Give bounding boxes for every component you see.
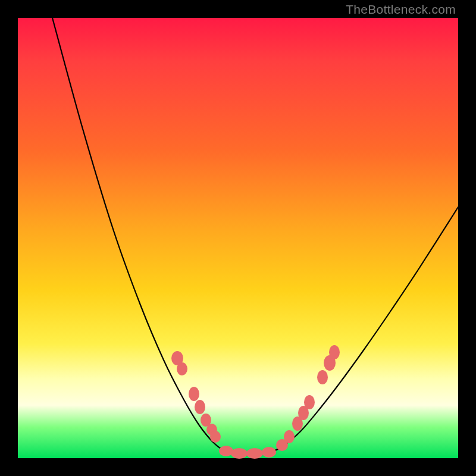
data-marker <box>262 447 276 458</box>
data-marker <box>195 400 205 414</box>
data-marker <box>219 446 233 456</box>
plot-area <box>18 18 458 458</box>
marker-group <box>171 345 340 459</box>
data-marker <box>246 448 263 459</box>
data-marker <box>317 370 328 384</box>
bottleneck-curve <box>52 18 458 455</box>
data-marker <box>231 448 248 459</box>
data-marker <box>210 431 221 443</box>
data-marker <box>284 430 295 443</box>
curve-svg <box>18 18 458 458</box>
data-marker <box>189 387 199 401</box>
watermark-text: TheBottleneck.com <box>346 2 456 17</box>
data-marker <box>304 395 315 409</box>
chart-frame: TheBottleneck.com <box>0 0 476 476</box>
data-marker <box>329 345 340 359</box>
data-marker <box>177 362 187 375</box>
